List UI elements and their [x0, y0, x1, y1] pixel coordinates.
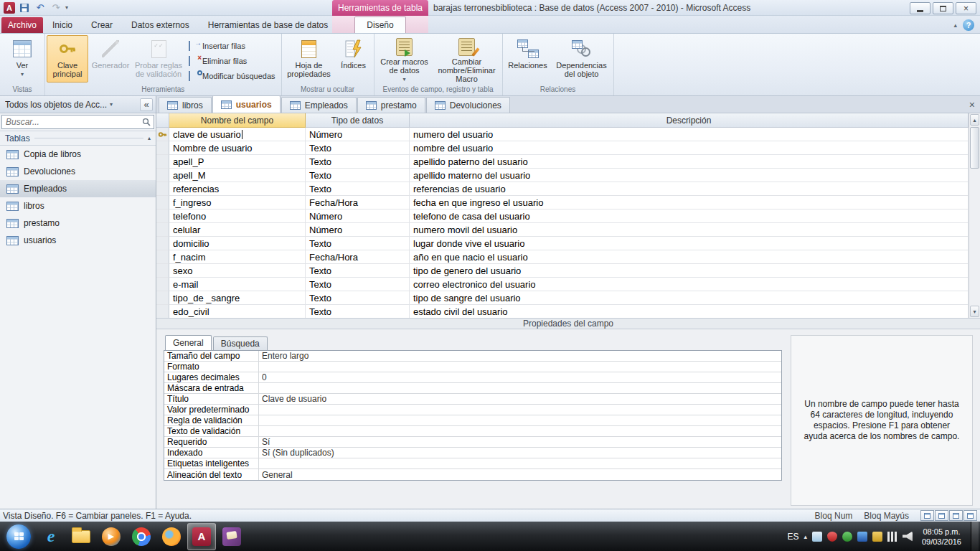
description-header[interactable]: Descripción	[410, 113, 969, 128]
table-row[interactable]: apell_M Texto apellido materno del usuar…	[156, 169, 969, 182]
data-type-cell[interactable]: Texto	[306, 182, 410, 196]
doc-tab-usuarios[interactable]: usuarios	[212, 95, 281, 113]
data-type-header[interactable]: Tipo de datos	[306, 113, 410, 128]
data-type-cell[interactable]: Texto	[306, 141, 410, 155]
data-type-cell[interactable]: Número	[306, 128, 410, 141]
hidden-icons-arrow[interactable]: ▴	[804, 533, 807, 540]
scroll-thumb[interactable]	[970, 127, 979, 169]
property-row[interactable]: IndexadoSí (Sin duplicados)	[164, 448, 781, 458]
tab-crear[interactable]: Crear	[82, 17, 122, 33]
table-row[interactable]: f_ingreso Fecha/Hora fecha en que ingres…	[156, 196, 969, 209]
data-type-cell[interactable]: Texto	[306, 264, 410, 278]
description-cell[interactable]: numero del usuario	[410, 128, 969, 141]
taskbar-media-player-icon[interactable]: ▶	[97, 523, 126, 550]
taskbar-ie-icon[interactable]: e	[37, 523, 65, 550]
search-input[interactable]	[1, 115, 154, 129]
doc-tab-libros[interactable]: libros	[159, 97, 212, 113]
tab-archivo[interactable]: Archivo	[1, 17, 43, 33]
field-name-cell[interactable]: referencias	[169, 182, 306, 196]
data-type-cell[interactable]: Texto	[306, 278, 410, 291]
row-selector[interactable]	[156, 278, 169, 291]
data-type-cell[interactable]: Texto	[306, 155, 410, 169]
row-selector[interactable]	[156, 155, 169, 169]
tray-app-icon[interactable]	[812, 532, 822, 542]
row-selector[interactable]	[156, 250, 169, 264]
vertical-scrollbar[interactable]: ▴ ▾	[969, 113, 980, 318]
help-icon[interactable]: ?	[963, 19, 974, 31]
taskbar-clock[interactable]: 08:05 p.m. 09/03/2016	[918, 527, 966, 547]
data-type-cell[interactable]: Texto	[306, 305, 410, 319]
property-row[interactable]: Alineación del textoGeneral	[164, 469, 781, 480]
table-row[interactable]: clave de usuario Número numero del usuar…	[156, 128, 969, 141]
nav-pane-collapse-icon[interactable]: «	[140, 98, 153, 111]
datasheet-view-button[interactable]	[920, 510, 934, 521]
description-cell[interactable]: correo electronico del usuario	[410, 278, 969, 291]
rename-delete-macro-button[interactable]: Cambiar nombre/Eliminar Macro	[433, 35, 501, 83]
redo-icon[interactable]: ↷	[50, 1, 62, 14]
scroll-up-icon[interactable]: ▴	[970, 114, 979, 126]
insert-rows-button[interactable]: → Insertar filas	[189, 39, 275, 52]
field-name-cell[interactable]: celular	[169, 223, 306, 237]
start-button[interactable]	[6, 524, 31, 549]
data-type-cell[interactable]: Fecha/Hora	[306, 250, 410, 264]
row-selector[interactable]	[156, 196, 169, 209]
access-app-icon[interactable]: A	[4, 2, 15, 14]
close-button[interactable]: ×	[956, 2, 976, 14]
data-type-cell[interactable]: Texto	[306, 237, 410, 250]
row-selector[interactable]	[156, 182, 169, 196]
field-name-cell[interactable]: tipo_de _sangre	[169, 291, 306, 305]
tab-general[interactable]: General	[165, 335, 212, 350]
tray-volume-icon[interactable]	[903, 532, 913, 542]
description-cell[interactable]: tipo de genero del usuario	[410, 264, 969, 278]
nav-pane-header[interactable]: Todos los objetos de Acc... ▾ «	[0, 96, 156, 113]
field-name-cell[interactable]: e-mail	[169, 278, 306, 291]
nav-item-usuarios[interactable]: usuarios	[0, 232, 156, 249]
language-indicator[interactable]: ES	[787, 532, 798, 542]
description-cell[interactable]: numero movil del usuario	[410, 223, 969, 237]
row-selector[interactable]	[156, 209, 169, 223]
field-name-cell[interactable]: telefono	[169, 209, 306, 223]
data-type-cell[interactable]: Fecha/Hora	[306, 196, 410, 209]
field-name-cell[interactable]: f_ingreso	[169, 196, 306, 209]
field-name-cell[interactable]: clave de usuario	[169, 128, 306, 141]
data-type-cell[interactable]: Texto	[306, 169, 410, 182]
delete-rows-button[interactable]: × Eliminar filas	[189, 55, 275, 67]
taskbar-firefox-icon[interactable]	[157, 523, 186, 550]
tab-herramientas-bd[interactable]: Herramientas de base de datos	[199, 17, 337, 33]
table-row[interactable]: referencias Texto referencias de usuario	[156, 182, 969, 196]
field-name-cell[interactable]: domicilio	[169, 237, 306, 250]
pivotchart-view-button[interactable]	[949, 510, 963, 521]
description-cell[interactable]: referencias de usuario	[410, 182, 969, 196]
table-row[interactable]: celular Número numero movil del usuario	[156, 223, 969, 237]
description-cell[interactable]: estado civil del usuario	[410, 305, 969, 319]
data-type-cell[interactable]: Número	[306, 223, 410, 237]
description-cell[interactable]: lugar donde vive el usuario	[410, 237, 969, 250]
description-cell[interactable]: nombre del usuario	[410, 141, 969, 155]
show-desktop-button[interactable]	[971, 522, 979, 551]
field-name-header[interactable]: Nombre del campo	[169, 113, 306, 128]
nav-item-copia-de-libros[interactable]: Copia de libros	[0, 146, 156, 163]
description-cell[interactable]: apellido paterno del usuario	[410, 155, 969, 169]
row-selector[interactable]	[156, 169, 169, 182]
table-row[interactable]: tipo_de _sangre Texto tipo de sangre del…	[156, 291, 969, 305]
description-cell[interactable]: telefono de casa del usuario	[410, 209, 969, 223]
property-row[interactable]: Lugares decimales0	[164, 372, 781, 383]
view-button[interactable]: Ver ▾	[1, 35, 43, 83]
property-sheet-button[interactable]: Hoja de propiedades	[283, 35, 335, 83]
row-selector[interactable]	[156, 291, 169, 305]
property-row[interactable]: Etiquetas inteligentes	[164, 458, 781, 469]
tab-datos-externos[interactable]: Datos externos	[122, 17, 199, 33]
nav-pane-dropdown-icon[interactable]: ▾	[110, 101, 113, 108]
field-name-cell[interactable]: apell_P	[169, 155, 306, 169]
property-row[interactable]: Tamaño del campoEntero largo	[164, 351, 781, 362]
property-row[interactable]: Formato	[164, 362, 781, 372]
table-row[interactable]: domicilio Texto lugar donde vive el usua…	[156, 237, 969, 250]
indexes-button[interactable]: Índices	[335, 35, 372, 83]
taskbar-paint-icon[interactable]	[217, 523, 246, 550]
table-row[interactable]: telefono Número telefono de casa del usu…	[156, 209, 969, 223]
field-name-cell[interactable]: Nombre de usuario	[169, 141, 306, 155]
description-cell[interactable]: tipo de sangre del usuario	[410, 291, 969, 305]
section-collapse-icon[interactable]: ▴	[148, 135, 151, 141]
table-row[interactable]: sexo Texto tipo de genero del usuario	[156, 264, 969, 278]
modify-lookups-button[interactable]: Modificar búsquedas	[189, 70, 275, 82]
